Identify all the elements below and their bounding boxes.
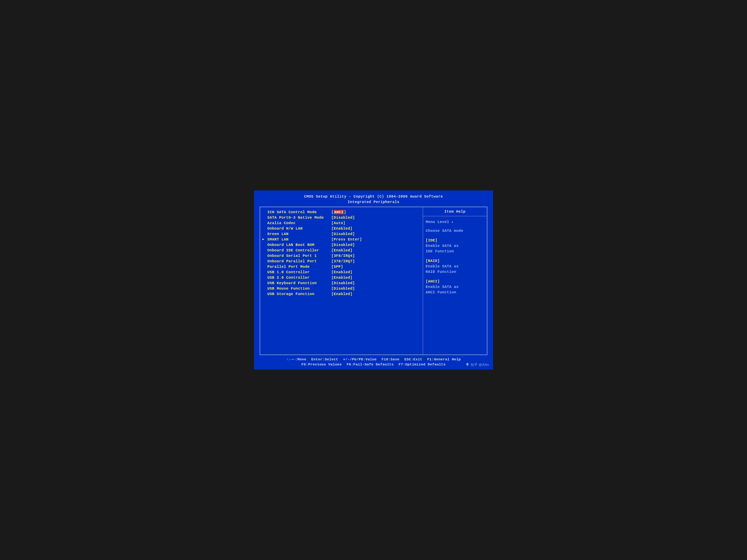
footer-row-1: ↑↓→←:MoveEnter:Select+/-/PU/PD:ValueF10:… (260, 357, 487, 362)
help-option-head: [AHCI] (426, 279, 484, 284)
header-line-1: CMOS Setup Utility - Copyright (C) 1984-… (260, 194, 487, 199)
setting-label: Onboard IDE Controller (267, 248, 331, 253)
bios-screen: CMOS Setup Utility - Copyright (C) 1984-… (254, 190, 493, 370)
help-option-desc: AHCI Function (426, 290, 484, 295)
footer-hint: F1:General Help (427, 357, 461, 362)
help-option-desc: Enable SATA as (426, 243, 484, 248)
setting-label: USB 2.0 Controller (267, 275, 331, 281)
setting-value[interactable]: [Auto] (331, 220, 345, 226)
setting-row[interactable]: Parallel Port Mode[SPP] (262, 264, 421, 269)
setting-row[interactable]: SATA Port0-3 Native Mode[Disabled] (262, 215, 421, 220)
help-body: Menu Level ▸ Choose SATA mode [IDE]Enabl… (423, 216, 487, 302)
setting-row[interactable]: Onboard Parallel Port[378/IRQ7] (262, 259, 421, 264)
footer-hint: +/-/PU/PD:Value (343, 357, 377, 362)
help-panel: Item Help Menu Level ▸ Choose SATA mode … (423, 207, 487, 354)
footer-hint: F6:Fail-Safe Defaults (346, 362, 394, 367)
footer-hint: F5:Previous Values (301, 362, 342, 367)
footer-hint: Enter:Select (311, 357, 338, 362)
setting-label: USB 1.0 Controller (267, 269, 331, 275)
header-line-2: Integrated Peripherals (260, 199, 487, 205)
help-option: [RAID]Enable SATA asRAID Function (426, 258, 484, 274)
main-box: ICH SATA Control Mode[AHCI]SATA Port0-3 … (260, 207, 487, 355)
setting-row[interactable]: USB 2.0 Controller[Enabled] (262, 275, 421, 281)
setting-row[interactable]: ▶SMART LAN[Press Enter] (262, 237, 421, 242)
setting-row[interactable]: USB Storage Function[Enabled] (262, 291, 421, 297)
help-context: Choose SATA mode (426, 228, 484, 234)
help-title: Item Help (423, 207, 487, 216)
setting-row[interactable]: Green LAN[Disabled] (262, 231, 421, 237)
setting-value[interactable]: [3F8/IRQ4] (331, 253, 355, 259)
setting-value[interactable]: [Enabled] (331, 291, 353, 297)
help-option: [AHCI]Enable SATA asAHCI Function (426, 279, 484, 295)
setting-value[interactable]: [Enabled] (331, 269, 353, 275)
setting-value[interactable]: [SPP] (331, 264, 343, 269)
setting-row[interactable]: Onboard IDE Controller[Enabled] (262, 248, 421, 253)
setting-label: Onboard Parallel Port (267, 259, 331, 264)
watermark: 知乎 @Ailix (466, 363, 489, 367)
setting-row[interactable]: ICH SATA Control Mode[AHCI] (262, 209, 421, 215)
help-option-desc: IDE Function (426, 248, 484, 254)
header: CMOS Setup Utility - Copyright (C) 1984-… (260, 194, 487, 205)
help-option-desc: RAID Function (426, 269, 484, 274)
footer-row-2: F5:Previous ValuesF6:Fail-Safe DefaultsF… (260, 362, 487, 367)
menu-level: Menu Level ▸ (426, 219, 484, 225)
footer-hint: F7:Optimized Defaults (398, 362, 446, 367)
help-option-desc: Enable SATA as (426, 264, 484, 269)
setting-label: USB Keyboard Function (267, 281, 331, 286)
footer-hint: F10:Save (382, 357, 400, 362)
setting-value[interactable]: [378/IRQ7] (331, 259, 355, 264)
submenu-marker-icon: ▶ (262, 237, 264, 242)
setting-value[interactable]: [Enabled] (331, 248, 353, 253)
setting-label: Onboard Serial Port 1 (267, 253, 331, 259)
setting-label: Onboard LAN Boot ROM (267, 242, 331, 248)
footer: ↑↓→←:MoveEnter:Select+/-/PU/PD:ValueF10:… (260, 357, 487, 367)
setting-row[interactable]: Onboard Serial Port 1[3F8/IRQ4] (262, 253, 421, 259)
watermark-icon (466, 363, 469, 367)
setting-row[interactable]: USB Keyboard Function[Disabled] (262, 281, 421, 286)
settings-panel: ICH SATA Control Mode[AHCI]SATA Port0-3 … (260, 207, 423, 354)
setting-label: SATA Port0-3 Native Mode (267, 215, 331, 220)
help-option: [IDE]Enable SATA asIDE Function (426, 238, 484, 254)
setting-label: USB Storage Function (267, 291, 331, 297)
setting-value[interactable]: [Disabled] (331, 231, 355, 237)
help-option-desc: Enable SATA as (426, 284, 484, 290)
setting-value[interactable]: [Disabled] (331, 281, 355, 286)
help-option-head: [IDE] (426, 238, 484, 243)
setting-label: Onboard H/W LAN (267, 226, 331, 231)
setting-value[interactable]: [Enabled] (331, 226, 353, 231)
setting-value[interactable]: [Disabled] (331, 215, 355, 220)
footer-hint: ↑↓→←:Move (286, 357, 306, 362)
setting-row[interactable]: USB 1.0 Controller[Enabled] (262, 269, 421, 275)
setting-label: Azalia Codec (267, 220, 331, 226)
watermark-text: 知乎 @Ailix (471, 363, 489, 367)
setting-label: Green LAN (267, 231, 331, 237)
setting-row[interactable]: Onboard H/W LAN[Enabled] (262, 226, 421, 231)
help-option-head: [RAID] (426, 258, 484, 264)
footer-hint: ESC:Exit (404, 357, 422, 362)
setting-label: ICH SATA Control Mode (267, 209, 331, 215)
setting-value[interactable]: [AHCI] (331, 209, 346, 215)
setting-value[interactable]: [Disabled] (331, 242, 355, 248)
setting-label: SMART LAN (267, 237, 331, 242)
setting-value[interactable]: [Enabled] (331, 275, 353, 281)
setting-value[interactable]: [Disabled] (331, 286, 355, 291)
setting-row[interactable]: Azalia Codec[Auto] (262, 220, 421, 226)
setting-label: USB Mouse Function (267, 286, 331, 291)
setting-row[interactable]: USB Mouse Function[Disabled] (262, 286, 421, 291)
setting-value[interactable]: [Press Enter] (331, 237, 362, 242)
setting-label: Parallel Port Mode (267, 264, 331, 269)
setting-row[interactable]: Onboard LAN Boot ROM[Disabled] (262, 242, 421, 248)
